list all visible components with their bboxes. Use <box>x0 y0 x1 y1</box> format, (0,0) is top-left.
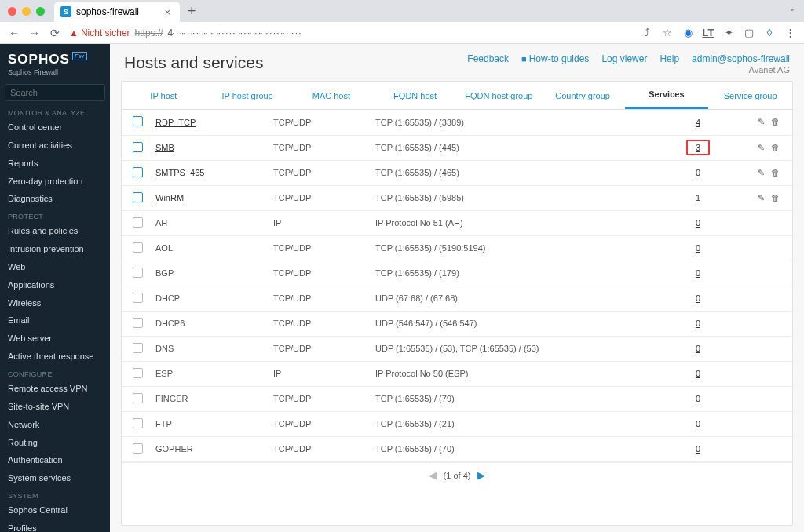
usage-count[interactable]: 1 <box>693 193 704 202</box>
sidebar-item[interactable]: Wireless <box>0 294 110 312</box>
sidebar-item[interactable]: Routing <box>0 434 110 452</box>
usage-count[interactable]: 0 <box>693 268 704 278</box>
service-name[interactable]: SMTPS_465 <box>155 168 204 177</box>
sidebar-item[interactable]: Current activities <box>0 137 110 155</box>
row-checkbox[interactable] <box>133 167 143 177</box>
usage-count[interactable]: 0 <box>693 419 704 428</box>
delete-icon[interactable]: 🗑 <box>771 168 780 177</box>
usage-count[interactable]: 0 <box>693 319 704 328</box>
next-page-icon[interactable]: ▶ <box>473 469 490 481</box>
service-name[interactable]: RDP_TCP <box>155 118 196 127</box>
edit-icon[interactable]: ✎ <box>758 168 765 177</box>
sidebar-item[interactable]: Diagnostics <box>0 190 110 208</box>
row-checkbox[interactable] <box>133 268 143 278</box>
row-checkbox[interactable] <box>133 443 143 454</box>
tab[interactable]: IP host <box>122 82 206 109</box>
row-checkbox[interactable] <box>133 242 143 253</box>
tab[interactable]: Services <box>625 82 709 109</box>
tab-close-icon[interactable]: × <box>164 6 170 18</box>
row-checkbox[interactable] <box>133 217 143 228</box>
row-checkbox[interactable] <box>133 116 143 126</box>
extension-2-icon[interactable]: LT <box>702 27 714 38</box>
tab[interactable]: FQDN host group <box>457 82 541 109</box>
usage-count[interactable]: 0 <box>693 369 704 378</box>
tab[interactable]: Service group <box>708 82 792 109</box>
tab[interactable]: IP host group <box>206 82 290 109</box>
sidebar-item[interactable]: Web <box>0 258 110 276</box>
edit-icon[interactable]: ✎ <box>758 193 765 202</box>
service-name[interactable]: AH <box>155 218 167 228</box>
usage-count[interactable]: 0 <box>693 168 704 177</box>
sidebar-item[interactable]: Remote access VPN <box>0 380 110 398</box>
minimize-window-icon[interactable] <box>22 7 31 16</box>
row-checkbox[interactable] <box>133 343 143 353</box>
service-name[interactable]: AOL <box>155 243 173 253</box>
sidebar-item[interactable]: Active threat response <box>0 348 110 366</box>
sidebar-item[interactable]: Zero-day protection <box>0 173 110 191</box>
service-name[interactable]: DNS <box>155 344 174 353</box>
link-admin[interactable]: admin@sophos-firewall <box>692 53 790 64</box>
service-name[interactable]: FINGER <box>155 394 188 403</box>
sidebar-search[interactable]: ⌕ <box>5 84 105 101</box>
sidebar-item[interactable]: Authentication <box>0 451 110 469</box>
extensions-icon[interactable]: ✦ <box>722 27 735 38</box>
usage-count[interactable]: 0 <box>693 293 704 303</box>
maximize-window-icon[interactable] <box>36 7 45 16</box>
tab[interactable]: MAC host <box>290 82 374 109</box>
sidebar-item[interactable]: Sophos Central <box>0 501 110 519</box>
sidebar-item[interactable]: Profiles <box>0 519 110 532</box>
service-name[interactable]: SMB <box>155 143 174 152</box>
window-controls[interactable] <box>8 7 45 16</box>
prev-page-icon[interactable]: ◀ <box>424 469 441 481</box>
usage-count[interactable]: 4 <box>693 118 704 127</box>
usage-count[interactable]: 0 <box>693 243 704 253</box>
edit-icon[interactable]: ✎ <box>758 143 765 152</box>
service-name[interactable]: WinRM <box>155 193 184 202</box>
url-input[interactable]: ▲ Nicht sicher https:// 4· · ··· · ·· ··… <box>69 27 633 38</box>
tab[interactable]: Country group <box>541 82 625 109</box>
sidebar-item[interactable]: Control center <box>0 118 110 137</box>
menu-icon[interactable]: ⋮ <box>784 27 796 38</box>
delete-icon[interactable]: 🗑 <box>771 143 780 152</box>
browser-tab[interactable]: S sophos-firewall × <box>54 2 180 22</box>
row-checkbox[interactable] <box>133 318 143 328</box>
forward-icon[interactable]: → <box>28 27 41 39</box>
sidebar-item[interactable]: Site-to-site VPN <box>0 398 110 416</box>
sidebar-item[interactable]: Applications <box>0 276 110 294</box>
usage-count[interactable]: 0 <box>693 394 704 403</box>
extension-1-icon[interactable]: ◉ <box>682 27 694 38</box>
row-checkbox[interactable] <box>133 142 143 152</box>
reload-icon[interactable]: ⟳ <box>49 27 61 39</box>
usage-count[interactable]: 0 <box>693 218 704 228</box>
bookmark-icon[interactable]: ☆ <box>661 27 674 38</box>
row-checkbox[interactable] <box>133 192 143 202</box>
window-icon[interactable]: ▢ <box>743 27 755 38</box>
new-tab-button[interactable]: + <box>180 3 204 20</box>
delete-icon[interactable]: 🗑 <box>771 193 780 202</box>
search-input[interactable] <box>5 85 110 100</box>
delete-icon[interactable]: 🗑 <box>771 117 780 126</box>
row-checkbox[interactable] <box>133 418 143 428</box>
sidebar-item[interactable]: Intrusion prevention <box>0 240 110 258</box>
link-logviewer[interactable]: Log viewer <box>601 53 647 64</box>
sidebar-item[interactable]: Network <box>0 416 110 434</box>
service-name[interactable]: DHCP <box>155 293 180 303</box>
sidebar-item[interactable]: Rules and policies <box>0 222 110 240</box>
service-name[interactable]: DHCP6 <box>155 319 185 328</box>
service-name[interactable]: BGP <box>155 268 174 278</box>
row-checkbox[interactable] <box>133 393 143 403</box>
link-howto[interactable]: ■How-to guides <box>521 53 589 64</box>
back-icon[interactable]: ← <box>8 27 20 39</box>
usage-count[interactable]: 0 <box>693 344 704 353</box>
link-help[interactable]: Help <box>660 53 679 64</box>
tab[interactable]: FQDN host <box>373 82 457 109</box>
sidebar-item[interactable]: Reports <box>0 155 110 173</box>
service-name[interactable]: FTP <box>155 419 172 428</box>
sidebar-item[interactable]: Email <box>0 312 110 330</box>
service-name[interactable]: GOPHER <box>155 444 193 454</box>
sidebar-item[interactable]: System services <box>0 469 110 487</box>
link-feedback[interactable]: Feedback <box>467 53 509 64</box>
shield-icon[interactable]: ◊ <box>763 27 776 38</box>
share-icon[interactable]: ⤴ <box>641 27 653 38</box>
service-name[interactable]: ESP <box>155 369 173 378</box>
